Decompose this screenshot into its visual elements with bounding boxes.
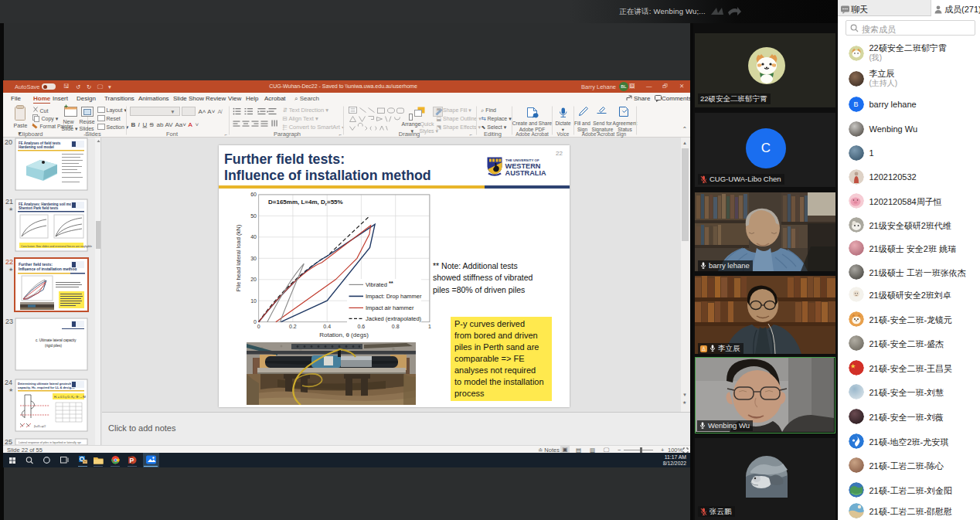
svg-text:⊟ Align Text ▾: ⊟ Align Text ▾ <box>283 115 318 122</box>
svg-text:Paste: Paste <box>14 123 28 128</box>
svg-text:24: 24 <box>5 379 12 386</box>
svg-text:0.4: 0.4 <box>323 324 331 329</box>
svg-text:Slide ▾: Slide ▾ <box>62 126 79 131</box>
svg-text:Cut: Cut <box>40 108 49 114</box>
svg-text:⌃: ⌃ <box>682 126 688 133</box>
svg-text:21: 21 <box>5 198 13 206</box>
svg-text:▾: ▾ <box>172 108 175 115</box>
svg-text:50: 50 <box>250 213 257 219</box>
svg-text:Rotation, θ (degs): Rotation, θ (degs) <box>319 331 369 338</box>
svg-text:AV: AV <box>165 121 174 128</box>
svg-text:★: ★ <box>9 387 13 393</box>
svg-text:Hᵣ = 0.5 γ D³ Kᵧ² Bᵛ₋ₒ /M: Hᵣ = 0.5 γ D³ Kᵧ² Bᵛ₋ₒ /M <box>54 396 86 399</box>
svg-text:Layout ▾: Layout ▾ <box>107 107 128 114</box>
svg-text:40: 40 <box>250 234 257 240</box>
svg-text:23: 23 <box>5 318 13 325</box>
svg-text:⬒ Shape Fill ▾: ⬒ Shape Fill ▾ <box>437 107 472 114</box>
svg-text:A̸: A̸ <box>218 108 223 115</box>
svg-text:⇆: ⇆ <box>481 115 486 122</box>
svg-text:Paragraph: Paragraph <box>274 131 301 138</box>
svg-text:Section ▾: Section ▾ <box>107 124 129 130</box>
svg-text:⬓ Shape Outline ▾: ⬓ Shape Outline ▾ <box>437 116 482 122</box>
svg-text:1: 1 <box>428 324 431 329</box>
svg-text:B: B <box>131 121 136 128</box>
svg-text:60: 60 <box>250 192 257 197</box>
svg-text:0.6: 0.6 <box>358 324 366 329</box>
svg-text:˅: ˅ <box>196 121 199 128</box>
svg-text:Reset: Reset <box>107 116 121 121</box>
svg-text:Reuse: Reuse <box>80 119 95 124</box>
svg-text:⬉ Select ▾: ⬉ Select ▾ <box>481 124 507 130</box>
svg-text:U: U <box>143 121 148 128</box>
svg-text:Slides: Slides <box>85 131 101 138</box>
svg-text:Shenton Park field tests: Shenton Park field tests <box>19 206 59 210</box>
svg-text:Send for: Send for <box>593 121 612 126</box>
svg-text:Conclusion: flow slides and er: Conclusion: flow slides and erosional fo… <box>21 245 92 248</box>
svg-text:8/12/2022: 8/12/2022 <box>663 461 686 466</box>
svg-text:c. Ultimate lateral capacity: c. Ultimate lateral capacity <box>36 338 77 342</box>
svg-text:Clipboard: Clipboard <box>18 131 43 138</box>
svg-text:11:17 AM: 11:17 AM <box>665 454 687 460</box>
svg-text:Impact: Drop hammer: Impact: Drop hammer <box>366 293 422 300</box>
svg-text:0.2: 0.2 <box>289 324 297 329</box>
svg-text:Quick: Quick <box>420 121 434 127</box>
svg-text:capacity, Hu, required for LL: capacity, Hu, required for LL & designs <box>18 386 75 389</box>
svg-text:Pile head lateral load (kN): Pile head lateral load (kN) <box>235 224 242 291</box>
svg-text:⌐: ⌐ <box>470 132 473 137</box>
svg-text:ab: ab <box>157 121 164 128</box>
svg-text:Arrange: Arrange <box>402 121 421 127</box>
svg-text:Lateral response of piles in l: Lateral response of piles in liquefied o… <box>19 441 82 444</box>
svg-text:Impact air hammer: Impact air hammer <box>366 304 414 311</box>
svg-text:22: 22 <box>5 258 13 266</box>
svg-text:★: ★ <box>9 206 13 212</box>
svg-text:Adobe Acrobat: Adobe Acrobat <box>516 131 549 137</box>
svg-text:Agreement: Agreement <box>613 121 638 127</box>
svg-text:⌐: ⌐ <box>339 132 342 137</box>
svg-text:D=165mm, L=4m, Dr=55%: D=165mm, L=4m, Dr=55% <box>268 199 343 206</box>
svg-text:Replace ▾: Replace ▾ <box>488 116 512 122</box>
svg-text:S: S <box>150 121 154 128</box>
svg-text:20: 20 <box>5 138 12 146</box>
svg-text:Aa˅: Aa˅ <box>175 121 187 128</box>
svg-text:A˄ A˅: A˄ A˅ <box>199 108 216 115</box>
svg-text:20: 20 <box>250 277 257 282</box>
svg-text:Drawing: Drawing <box>399 131 420 138</box>
svg-text:P: P <box>130 457 134 464</box>
svg-text:★: ★ <box>9 267 13 272</box>
svg-text:⌐: ⌐ <box>225 132 228 137</box>
svg-text:⇵ Text Direction ▾: ⇵ Text Direction ▾ <box>283 107 329 114</box>
svg-text:Fill and: Fill and <box>574 121 590 126</box>
svg-text:Dictate: Dictate <box>555 121 571 126</box>
svg-text:Influence of installation meth: Influence of installation method <box>19 267 77 271</box>
svg-text:Adobe Acrobat Sign: Adobe Acrobat Sign <box>582 131 627 138</box>
svg-text:Voice: Voice <box>557 131 570 137</box>
svg-text:30: 30 <box>250 256 257 261</box>
svg-text:New: New <box>63 119 75 124</box>
svg-text:10: 10 <box>250 298 257 304</box>
svg-text:Jacked (extrapolated): Jacked (extrapolated) <box>366 315 422 322</box>
svg-text:⬱ Convert to SmartArt ▾: ⬱ Convert to SmartArt ▾ <box>283 124 345 131</box>
svg-text:I: I <box>138 121 141 128</box>
svg-text:Copy ▾: Copy ▾ <box>42 116 59 122</box>
svg-text:0: 0 <box>257 324 260 329</box>
svg-text:β=45+φ/2: β=45+φ/2 <box>34 425 46 428</box>
svg-text:Editing: Editing <box>484 131 502 138</box>
svg-text:Hardening soil model: Hardening soil model <box>19 145 54 149</box>
svg-text:25: 25 <box>5 438 12 445</box>
svg-text:⬔ Shape Effects ▾: ⬔ Shape Effects ▾ <box>437 124 481 131</box>
svg-text:⌕ Find: ⌕ Find <box>481 107 497 113</box>
svg-text:(rigid piles): (rigid piles) <box>45 344 63 348</box>
svg-text:Font: Font <box>166 131 179 138</box>
svg-text:0: 0 <box>254 319 257 325</box>
svg-text:A: A <box>189 121 193 128</box>
svg-text:AUSTRALIA: AUSTRALIA <box>505 169 546 177</box>
svg-text:Create and Share: Create and Share <box>512 121 553 126</box>
svg-text:0.8: 0.8 <box>392 324 400 329</box>
